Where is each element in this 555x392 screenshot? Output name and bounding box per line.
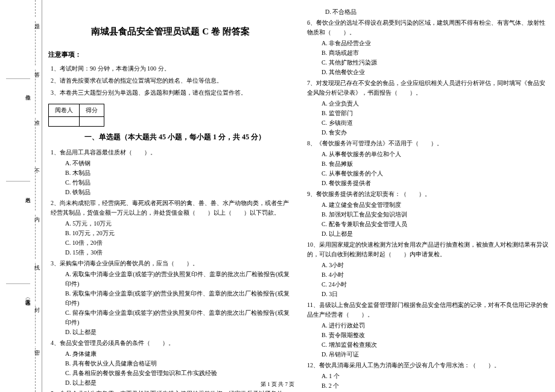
question-stem: 6、餐饮企业的选址不得设在易受到污染的区域，建筑周围不得有粉尘、有害气体、放射性… (307, 18, 549, 37)
question-option: B. 商场或超市 (322, 48, 549, 58)
question-stem: 9、餐饮服务提供者的法定职责有：（ ）。 (307, 189, 549, 199)
question-option: C. 从事餐饮服务的个人 (322, 169, 549, 179)
question-option: D. 以上都是 (65, 327, 293, 337)
seal-char: 密 (33, 344, 41, 346)
question-stem: 11、县级以上食品安全监督管理部门根据食品安全信用档案的记录，对有不良信用记录的… (307, 300, 549, 320)
question-option: D. 铁制品 (65, 188, 293, 197)
seal-char: 题 (33, 18, 41, 21)
score-table: 阅卷人 得分 (48, 104, 104, 127)
question-option: B. 索取集中消毒企业盖章(或签字)的营业执照复印件、盖章的批次出厂检验报告(或… (65, 289, 293, 308)
question-option: D. 餐饮服务提供者 (322, 179, 549, 188)
question-option: C. 增加监督检查频次 (322, 340, 549, 350)
question-option: D. 其他餐饮企业 (322, 68, 549, 77)
binding-line (6, 181, 30, 182)
question-option: D. 食安办 (322, 128, 549, 138)
question-option: C. 留存集中消毒企业盖章(或签字)的营业执照复印件、盖章的批次出厂检验报告(或… (65, 308, 293, 327)
score-table-header-score: 得分 (80, 104, 104, 116)
seal-char: 不 (33, 163, 41, 165)
right-column: D. 不合格品6、餐饮企业的选址不得设在易受到污染的区域，建筑周围不得有粉尘、有… (305, 6, 549, 392)
notice-heading: 注意事项： (48, 49, 293, 60)
seal-char: 准 (33, 115, 41, 117)
exam-title: 南城县食品安全管理员试题 C 卷 附答案 (48, 24, 293, 39)
question-stem: 7、对发现现已存在不安全的食品，企业应组织相关人员进行分析评估，同时填写《食品安… (307, 78, 549, 98)
score-table-header-reviewer: 阅卷人 (49, 104, 80, 116)
question-option: B. 具有餐饮从业人员健康合格证明 (65, 359, 293, 368)
right-questions: D. 不合格品6、餐饮企业的选址不得设在易受到污染的区域，建筑周围不得有粉尘、有… (305, 7, 549, 392)
content-area: 南城县食品安全管理员试题 C 卷 附答案 注意事项： 1、考试时间：90 分钟，… (48, 6, 549, 392)
question-option: C. 竹制品 (65, 178, 293, 188)
question-option: A. 非食品经营企业 (322, 39, 549, 48)
question-stem: 10、采用国家规定的快速检测方法对食用农产品进行抽查检测，被抽查人对检测结果有异… (307, 240, 549, 259)
question-option: A. 身体健康 (65, 349, 293, 359)
left-questions: 1、食品用工具容器最佳质材（ ）。A. 不锈钢B. 木制品C. 竹制品D. 铁制… (48, 148, 293, 392)
question-option: C. 10倍，20倍 (65, 238, 293, 248)
question-option: D. 吊销许可证 (322, 350, 549, 359)
question-option: A. 企业负责人 (322, 99, 549, 109)
question-option: C. 24小时 (322, 280, 549, 289)
question-option: A. 不锈钢 (65, 159, 293, 168)
question-option: C. 其他扩散性污染源 (322, 58, 549, 68)
question-option: B. 4小时 (322, 270, 549, 280)
question-stem: 3、采购集中消毒企业供应的餐饮具的，应当（ ）。 (51, 259, 293, 268)
notice-item: 2、请首先按要求在试卷的指定位置填写您的姓名、单位等信息。 (48, 76, 293, 86)
question-stem: 1、食品用工具容器最佳质材（ ）。 (51, 148, 293, 157)
question-stem: 5、食品企业对生产急需，来不及检验而须先投入使用的采购物资，经审批后予以紧急放行… (51, 389, 293, 392)
left-column: 南城县食品安全管理员试题 C 卷 附答案 注意事项： 1、考试时间：90 分钟，… (48, 6, 293, 392)
question-stem: 12、餐饮具消毒采用人工热力消毒的至少设有几个专用水池：（ ）。 (307, 361, 549, 370)
page-footer: 第 1 页 共 7 页 (0, 381, 555, 388)
question-option: C. 配备专兼职食品安全管理人员 (322, 220, 549, 229)
notice-item: 1、考试时间：90 分钟，本卷满分为 100 分。 (48, 64, 293, 74)
question-option: B. 10万元，20万元 (65, 229, 293, 238)
notice-item: 3、本卷共三大题型分别为单选题、多选题和判断题，请在指定位置作答。 (48, 88, 293, 98)
seal-char: 线 (33, 259, 41, 262)
question-option: D. 3日 (322, 289, 549, 299)
binding-edge: 市（区县） 姓名 单位 (0, 0, 42, 392)
question-option: A. 从事餐饮服务的单位和个人 (322, 150, 549, 159)
seal-char: 封 (33, 302, 41, 304)
question-option: C. 具备相应的餐饮服务食品安全管理知识和工作实践经验 (65, 368, 293, 378)
question-option: B. 木制品 (65, 168, 293, 178)
question-option: B. 监管部门 (322, 109, 549, 118)
question-option: B. 食品摊贩 (322, 159, 549, 169)
question-option: A. 进行行政处罚 (322, 321, 549, 330)
question-option: A. 建立健全食品安全管理制度 (322, 200, 549, 210)
score-table-cell (49, 116, 80, 126)
question-option: A. 1 个 (322, 371, 549, 381)
question-option: B. 加强对职工食品安全知识培训 (322, 210, 549, 220)
binding-line (6, 283, 30, 284)
question-stem: 2、尚未构成犯罪，经营病死、毒死或者死因不明的禽、兽、兽、水产动物肉类，或者生产… (51, 198, 293, 218)
question-option: C. 乡镇街道 (322, 118, 549, 128)
section-title: 一、单选题（本大题共 45 小题，每小题 1 分，共 45 分） (84, 131, 293, 143)
seal-dotted-line (35, 0, 36, 392)
question-option: A. 5万元，10万元 (65, 219, 293, 229)
seal-char: 内 (33, 211, 41, 213)
question-option: D. 以上都是 (322, 229, 549, 239)
question-stem: 4、食品安全管理员必须具备的条件（ ）。 (51, 338, 293, 348)
question-option: A. 索取集中消毒企业盖章(或签字)的营业执照复印件、盖章的批次出厂检验报告(或… (65, 270, 293, 289)
binding-line (6, 78, 30, 79)
seal-char: 答 (33, 66, 41, 69)
question-option: B. 责令限期整改 (322, 330, 549, 340)
score-table-cell (80, 116, 104, 126)
question-option: D. 15倍，30倍 (65, 248, 293, 258)
question-stem: D. 不合格品 (307, 7, 549, 17)
question-stem: 8、《餐饮服务许可管理办法》不适用于（ ）。 (307, 139, 549, 148)
question-option: A. 3小时 (322, 261, 549, 270)
